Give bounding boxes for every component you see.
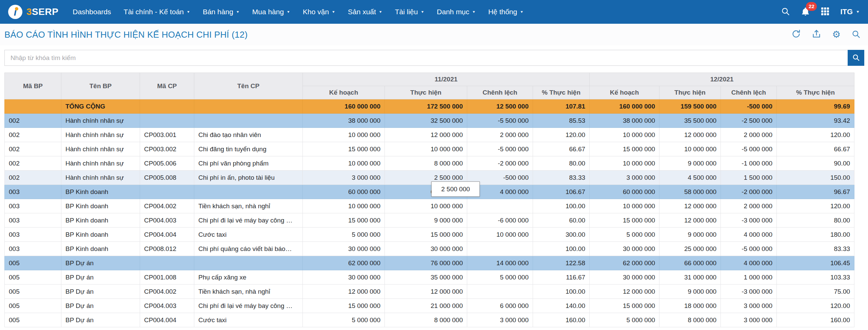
table-cell[interactable]: 12 000 000 <box>385 285 467 299</box>
table-cell[interactable]: 66.67 <box>533 142 590 156</box>
table-row[interactable]: 003BP Kinh doanh60 000 00064 000 0004 00… <box>5 185 854 199</box>
table-cell[interactable]: -3 000 000 <box>721 285 777 299</box>
table-cell[interactable]: 62 000 000 <box>590 256 659 270</box>
table-cell[interactable]: 003 <box>5 213 61 228</box>
table-cell[interactable]: Hành chính nhân sự <box>61 142 140 156</box>
table-cell[interactable]: 12 000 000 <box>385 128 467 142</box>
table-cell[interactable] <box>140 114 194 128</box>
table-row[interactable]: 005BP Dự án62 000 00076 000 00014 000 00… <box>5 256 854 270</box>
table-cell[interactable] <box>140 256 194 270</box>
table-cell[interactable]: Tiền khách sạn, nhà nghỉ <box>194 199 303 213</box>
refresh-button[interactable] <box>791 29 801 40</box>
table-cell[interactable]: -2 000 000 <box>467 156 533 171</box>
table-cell[interactable]: 3 000 000 <box>467 313 533 327</box>
table-row[interactable]: 002Hành chính nhân sựCP005.006Chi phí vă… <box>5 156 854 171</box>
user-menu[interactable]: ITG ▼ <box>840 7 860 16</box>
table-cell[interactable]: 2 000 000 <box>721 128 777 142</box>
table-cell[interactable]: 5 000 000 <box>303 228 385 242</box>
table-cell[interactable] <box>5 99 61 114</box>
table-row[interactable]: 005BP Dự ánCP001.008Phụ cấp xăng xe30 00… <box>5 270 854 285</box>
table-cell[interactable]: 120.00 <box>533 128 590 142</box>
table-cell[interactable]: 172 500 000 <box>385 99 467 114</box>
table-cell[interactable]: 1 500 000 <box>721 171 777 185</box>
table-cell[interactable]: 103.33 <box>777 270 854 285</box>
table-cell[interactable]: CP003.001 <box>140 128 194 142</box>
table-cell[interactable]: CP003.002 <box>140 142 194 156</box>
search-submit-button[interactable] <box>848 50 864 66</box>
table-cell[interactable]: 10 000 000 <box>659 142 721 156</box>
table-cell[interactable]: 8 000 000 <box>659 313 721 327</box>
table-cell[interactable]: 5 000 000 <box>303 313 385 327</box>
table-cell[interactable]: 66 000 000 <box>659 256 721 270</box>
table-cell[interactable]: 15 000 000 <box>303 213 385 228</box>
table-cell[interactable]: BP Kinh doanh <box>61 242 140 256</box>
table-cell[interactable]: 30 000 000 <box>303 242 385 256</box>
table-cell[interactable]: 15 000 000 <box>590 213 659 228</box>
table-cell[interactable]: 160 000 000 <box>590 99 659 114</box>
table-cell[interactable]: 66.67 <box>777 142 854 156</box>
app-logo[interactable]: ı 3SERP <box>8 5 58 19</box>
table-cell[interactable]: 3 000 000 <box>590 171 659 185</box>
table-cell[interactable]: 9 000 000 <box>659 285 721 299</box>
table-cell[interactable]: 5 000 000 <box>590 228 659 242</box>
table-row[interactable]: 003BP Kinh doanhCP004.003Chi phí đi lại … <box>5 213 854 228</box>
table-cell[interactable]: 80.00 <box>777 213 854 228</box>
table-cell[interactable]: 107.81 <box>533 99 590 114</box>
table-cell[interactable] <box>194 114 303 128</box>
table-cell[interactable]: 35 500 000 <box>659 114 721 128</box>
table-row[interactable]: 002Hành chính nhân sựCP005.008Chi phí in… <box>5 171 854 185</box>
nav-item-6[interactable]: Tài liệu▼ <box>395 8 425 16</box>
table-cell[interactable]: 18 000 000 <box>659 299 721 313</box>
table-cell[interactable]: Chi đăng tin tuyển dụng <box>194 142 303 156</box>
table-cell[interactable]: 4 500 000 <box>659 171 721 185</box>
table-cell[interactable]: 12 000 000 <box>590 285 659 299</box>
table-cell[interactable]: 9 000 000 <box>659 228 721 242</box>
table-cell[interactable]: 85.53 <box>533 114 590 128</box>
table-cell[interactable]: 002 <box>5 114 61 128</box>
table-cell[interactable]: Chi phí quảng cáo viết bài báo… <box>194 242 303 256</box>
table-cell[interactable]: TỔNG CỘNG <box>61 99 140 114</box>
table-cell[interactable]: 106.67 <box>533 185 590 199</box>
table-cell[interactable]: 83.33 <box>777 242 854 256</box>
nav-item-2[interactable]: Bán hàng▼ <box>203 8 240 16</box>
table-cell[interactable]: 15 000 000 <box>385 228 467 242</box>
table-cell[interactable]: Hành chính nhân sự <box>61 128 140 142</box>
table-cell[interactable]: 100.00 <box>533 199 590 213</box>
table-cell[interactable]: Chi đào tạo nhân viên <box>194 128 303 142</box>
table-cell[interactable]: 10 000 000 <box>590 156 659 171</box>
table-cell[interactable]: -2 000 000 <box>721 185 777 199</box>
table-cell[interactable]: 159 500 000 <box>659 99 721 114</box>
table-cell[interactable] <box>140 99 194 114</box>
table-cell[interactable]: 38 000 000 <box>303 114 385 128</box>
table-cell[interactable]: BP Kinh doanh <box>61 213 140 228</box>
nav-item-7[interactable]: Danh mục▼ <box>437 8 476 16</box>
table-cell[interactable] <box>140 185 194 199</box>
table-cell[interactable]: 002 <box>5 171 61 185</box>
table-cell[interactable]: 10 000 000 <box>303 199 385 213</box>
table-row[interactable]: 002Hành chính nhân sựCP003.001Chi đào tạ… <box>5 128 854 142</box>
table-row[interactable]: TỔNG CỘNG160 000 000172 500 00012 500 00… <box>5 99 854 114</box>
table-cell[interactable]: 12 000 000 <box>659 128 721 142</box>
table-cell[interactable]: 002 <box>5 128 61 142</box>
table-cell[interactable]: 116.67 <box>533 270 590 285</box>
table-cell[interactable]: Hành chính nhân sự <box>61 156 140 171</box>
table-cell[interactable]: BP Dự án <box>61 285 140 299</box>
table-cell[interactable]: 30 000 000 <box>590 270 659 285</box>
table-cell[interactable]: 30 000 000 <box>303 270 385 285</box>
table-cell[interactable]: -5 000 000 <box>467 142 533 156</box>
nav-search-button[interactable] <box>781 7 790 17</box>
table-cell[interactable]: 15 000 000 <box>303 142 385 156</box>
table-cell[interactable]: BP Dự án <box>61 299 140 313</box>
table-cell[interactable]: 8 000 000 <box>385 156 467 171</box>
table-cell[interactable]: Cước taxi <box>194 313 303 327</box>
table-row[interactable]: 005BP Dự ánCP004.004Cước taxi5 000 0008 … <box>5 313 854 327</box>
notifications-button[interactable]: 22 <box>801 7 810 17</box>
table-cell[interactable]: -2 500 000 <box>721 114 777 128</box>
table-cell[interactable]: 12 000 000 <box>303 285 385 299</box>
table-cell[interactable]: 160 000 000 <box>303 99 385 114</box>
table-cell[interactable]: 2 000 000 <box>467 128 533 142</box>
table-cell[interactable]: 80.00 <box>533 156 590 171</box>
table-cell[interactable]: 005 <box>5 270 61 285</box>
nav-item-4[interactable]: Kho vận▼ <box>303 8 335 16</box>
table-cell[interactable]: Chi phí đi lại vé máy bay công … <box>194 299 303 313</box>
